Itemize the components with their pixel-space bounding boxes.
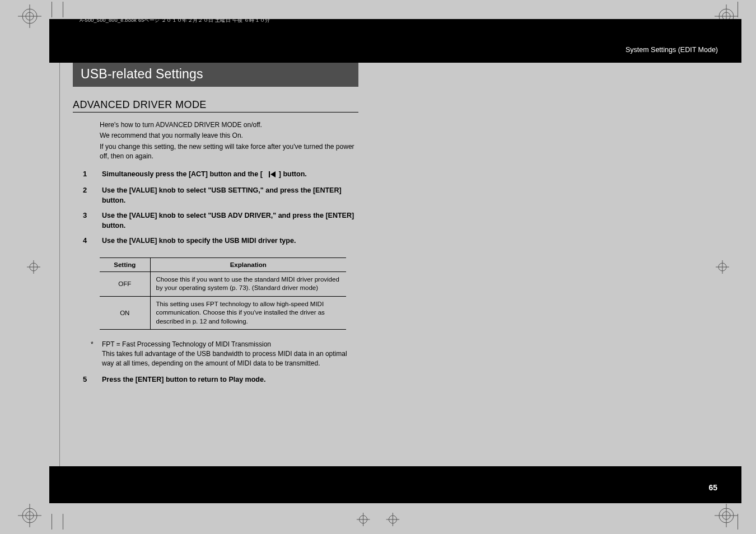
step-number: 4 [83, 236, 91, 246]
svg-point-12 [719, 508, 734, 523]
section-title: USB-related Settings [73, 63, 358, 87]
table-cell-setting: OFF [100, 271, 150, 296]
crop-mark [738, 514, 738, 530]
table-cell-setting: ON [100, 296, 150, 330]
step-text-fragment: Simultaneously press the [ACT] button an… [102, 170, 263, 178]
footnote-asterisk: * [91, 340, 96, 368]
page-footer-band [49, 466, 741, 503]
footnote-body: FPT = Fast Processing Technology of MIDI… [102, 340, 358, 368]
crop-mark [52, 514, 52, 530]
step-text: Use the [VALUE] knob to select "USB SETT… [102, 186, 358, 205]
step-text: Use the [VALUE] knob to specify the USB … [102, 236, 358, 246]
subheading-rule [73, 112, 358, 113]
svg-point-13 [722, 512, 730, 519]
step-item: 3 Use the [VALUE] knob to select "USB AD… [83, 211, 358, 231]
svg-point-1 [26, 12, 34, 20]
crop-target-icon [27, 260, 40, 274]
table-header-row: Setting Explanation [100, 257, 346, 271]
prev-track-icon [265, 171, 276, 181]
breadcrumb: System Settings (EDIT Mode) [626, 46, 718, 54]
crop-mark [63, 2, 63, 17]
table-row: ON This setting uses FPT technology to a… [100, 296, 346, 330]
intro-line: Here's how to turn ADVANCED DRIVER MODE … [100, 120, 357, 130]
step-item: 5 Press the [ENTER] button to return to … [83, 375, 358, 385]
print-meta-text: A-500_500_800_e.book 65ページ ２０１０年２月２０日 土曜… [80, 17, 315, 24]
table-row: OFF Choose this if you want to use the s… [100, 271, 346, 296]
table-cell-explanation: Choose this if you want to use the stand… [150, 271, 346, 296]
step-number: 5 [83, 375, 91, 385]
step-text: Press the [ENTER] button to return to Pl… [102, 375, 358, 385]
svg-point-8 [22, 508, 37, 523]
crop-target-icon [386, 513, 399, 526]
settings-table: Setting Explanation OFF Choose this if y… [100, 257, 346, 330]
svg-point-9 [26, 512, 34, 519]
intro-line: If you change this setting, the new sett… [100, 142, 357, 162]
subheading: ADVANCED DRIVER MODE [73, 99, 358, 112]
registration-mark-icon [18, 4, 41, 28]
page-number: 65 [708, 481, 718, 494]
crop-mark [63, 514, 63, 530]
step-number: 3 [83, 211, 91, 231]
crop-mark [52, 2, 52, 17]
step-number: 1 [83, 170, 91, 181]
page-header-band [49, 19, 741, 63]
footnote: * FPT = Fast Processing Technology of MI… [91, 340, 358, 368]
step-item: 2 Use the [VALUE] knob to select "USB SE… [83, 186, 358, 205]
step-text: Use the [VALUE] knob to select "USB ADV … [102, 211, 358, 231]
svg-marker-28 [270, 171, 276, 177]
crop-mark [738, 2, 738, 17]
step-item: 4 Use the [VALUE] knob to specify the US… [83, 236, 358, 246]
step-number: 2 [83, 186, 91, 205]
svg-point-0 [22, 9, 37, 24]
step-text: Simultaneously press the [ACT] button an… [102, 170, 358, 181]
table-header-explanation: Explanation [150, 257, 346, 271]
crop-target-icon [357, 513, 370, 526]
table-header-setting: Setting [100, 257, 150, 271]
svg-rect-29 [269, 171, 270, 177]
footnote-line: This takes full advantage of the USB ban… [102, 349, 358, 368]
page-left-rule [59, 19, 60, 503]
step-text-fragment: ] button. [279, 170, 307, 178]
footnote-line: FPT = Fast Processing Technology of MIDI… [102, 340, 358, 349]
table-cell-explanation: This setting uses FPT technology to allo… [150, 296, 346, 330]
registration-mark-icon [715, 504, 738, 527]
registration-mark-icon [18, 504, 41, 527]
intro-paragraph: Here's how to turn ADVANCED DRIVER MODE … [100, 120, 357, 162]
intro-line: We recommend that you normally leave thi… [100, 131, 357, 140]
step-item: 1 Simultaneously press the [ACT] button … [83, 170, 358, 181]
